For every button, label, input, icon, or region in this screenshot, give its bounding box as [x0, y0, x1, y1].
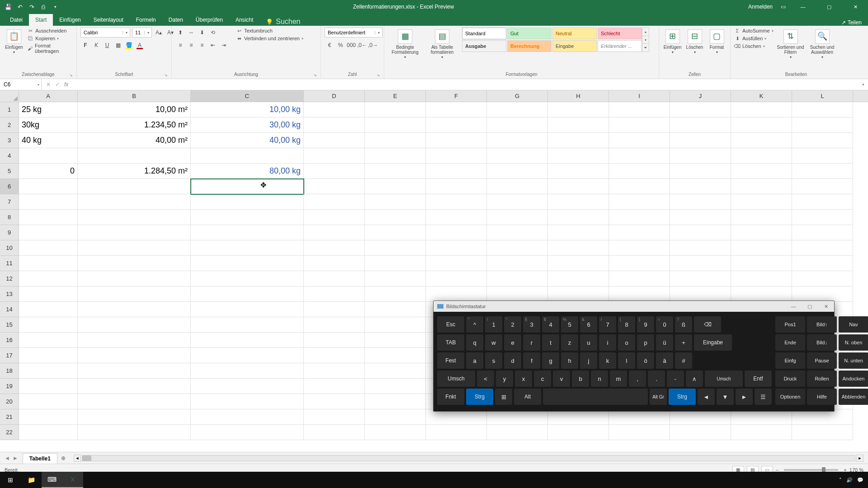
cell-K10[interactable]: [731, 240, 792, 256]
osk-key[interactable]: l: [618, 352, 635, 369]
cell-J21[interactable]: [670, 409, 731, 425]
cell-A14[interactable]: [19, 302, 78, 317]
tray-volume-icon[interactable]: 🔊: [846, 477, 853, 483]
cell-L7[interactable]: [792, 194, 853, 210]
row-header[interactable]: 5: [0, 164, 19, 179]
osk-key[interactable]: [543, 389, 648, 405]
col-header-F[interactable]: F: [426, 90, 487, 102]
col-header-H[interactable]: H: [548, 90, 609, 102]
cell-B14[interactable]: [78, 302, 191, 317]
cell-I8[interactable]: [609, 210, 670, 225]
cell-C8[interactable]: [191, 210, 304, 225]
cell-B22[interactable]: [78, 425, 191, 440]
sheet-nav-first-icon[interactable]: ◄: [5, 455, 10, 461]
osk-key[interactable]: .: [648, 371, 665, 387]
osk-key[interactable]: Eingabe: [694, 334, 732, 351]
cell-I2[interactable]: [609, 117, 670, 133]
osk-key[interactable]: v: [553, 371, 570, 387]
cell-L2[interactable]: [792, 117, 853, 133]
cell-C9[interactable]: [191, 225, 304, 240]
number-format-combo[interactable]: Benutzerdefiniert▾: [325, 28, 382, 38]
osk-key[interactable]: ü: [656, 334, 673, 351]
osk-key[interactable]: $4: [542, 316, 559, 333]
osk-key[interactable]: g: [542, 352, 559, 369]
cell-A10[interactable]: [19, 240, 78, 256]
cancel-formula-icon[interactable]: ✕: [46, 81, 51, 88]
osk-key[interactable]: Alt Gr: [650, 389, 667, 405]
osk-key[interactable]: ö: [637, 352, 654, 369]
cell-L6[interactable]: [792, 179, 853, 194]
style-gallery-scroll[interactable]: ▴▾⏷: [642, 28, 649, 52]
cell-L3[interactable]: [792, 133, 853, 148]
cell-F13[interactable]: [426, 286, 487, 302]
cell-A6[interactable]: [19, 179, 78, 194]
osk-key[interactable]: Einfg: [775, 352, 805, 369]
cell-A4[interactable]: [19, 148, 78, 164]
cell-J22[interactable]: [670, 425, 731, 440]
cell-F2[interactable]: [426, 117, 487, 133]
cell-I13[interactable]: [609, 286, 670, 302]
cell-L11[interactable]: [792, 256, 853, 271]
cell-J4[interactable]: [670, 148, 731, 164]
cell-D3[interactable]: [304, 133, 365, 148]
cell-J12[interactable]: [670, 271, 731, 286]
cell-B2[interactable]: 1.234,50 m²: [78, 117, 191, 133]
osk-key[interactable]: Bild↑: [807, 316, 837, 333]
taskbar-excel-icon[interactable]: X: [62, 472, 83, 488]
cell-E9[interactable]: [365, 225, 426, 240]
cell-H10[interactable]: [548, 240, 609, 256]
cell-L9[interactable]: [792, 225, 853, 240]
cell-L4[interactable]: [792, 148, 853, 164]
cell-F4[interactable]: [426, 148, 487, 164]
font-name-combo[interactable]: Calibri▾: [80, 28, 130, 38]
row-header[interactable]: 12: [0, 271, 19, 286]
cell-F22[interactable]: [426, 425, 487, 440]
align-center-icon[interactable]: ≡: [186, 40, 196, 50]
tray-notifications-icon[interactable]: 💬: [857, 477, 863, 483]
cell-D10[interactable]: [304, 240, 365, 256]
cell-I10[interactable]: [609, 240, 670, 256]
cell-E22[interactable]: [365, 425, 426, 440]
orientation-icon[interactable]: ⟲: [208, 28, 218, 38]
osk-key[interactable]: d: [504, 352, 521, 369]
cell-H9[interactable]: [548, 225, 609, 240]
cell-F1[interactable]: [426, 102, 487, 117]
osk-key[interactable]: x: [515, 371, 532, 387]
cell-F3[interactable]: [426, 133, 487, 148]
cell-D7[interactable]: [304, 194, 365, 210]
cell-H12[interactable]: [548, 271, 609, 286]
osk-key[interactable]: i: [599, 334, 616, 351]
find-select-button[interactable]: 🔍Suchen und Auswählen▾: [808, 28, 837, 60]
osk-key[interactable]: Abblenden: [839, 389, 868, 405]
cell-D21[interactable]: [304, 409, 365, 425]
cell-H6[interactable]: [548, 179, 609, 194]
cell-L1[interactable]: [792, 102, 853, 117]
cell-G8[interactable]: [487, 210, 548, 225]
paste-button[interactable]: 📋 Einfügen ▾: [4, 28, 24, 55]
col-header-B[interactable]: B: [78, 90, 191, 102]
cell-G5[interactable]: [487, 164, 548, 179]
cell-I6[interactable]: [609, 179, 670, 194]
col-header-A[interactable]: A: [19, 90, 78, 102]
cell-J6[interactable]: [670, 179, 731, 194]
cell-B8[interactable]: [78, 210, 191, 225]
cell-F7[interactable]: [426, 194, 487, 210]
bold-icon[interactable]: F: [80, 40, 90, 50]
cell-A17[interactable]: [19, 348, 78, 363]
align-right-icon[interactable]: ≡: [197, 40, 207, 50]
osk-key[interactable]: c: [534, 371, 551, 387]
add-sheet-button[interactable]: ⊕: [57, 453, 69, 463]
cell-C12[interactable]: [191, 271, 304, 286]
cell-F10[interactable]: [426, 240, 487, 256]
cell-B18[interactable]: [78, 363, 191, 379]
row-header[interactable]: 6: [0, 179, 19, 194]
number-dialog-icon[interactable]: ↘: [377, 73, 380, 77]
osk-key[interactable]: p: [637, 334, 654, 351]
osk-key[interactable]: Strg: [669, 389, 696, 405]
cell-E4[interactable]: [365, 148, 426, 164]
cell-J8[interactable]: [670, 210, 731, 225]
cell-B7[interactable]: [78, 194, 191, 210]
row-header[interactable]: 2: [0, 117, 19, 133]
cell-K22[interactable]: [731, 425, 792, 440]
cell-L13[interactable]: [792, 286, 853, 302]
